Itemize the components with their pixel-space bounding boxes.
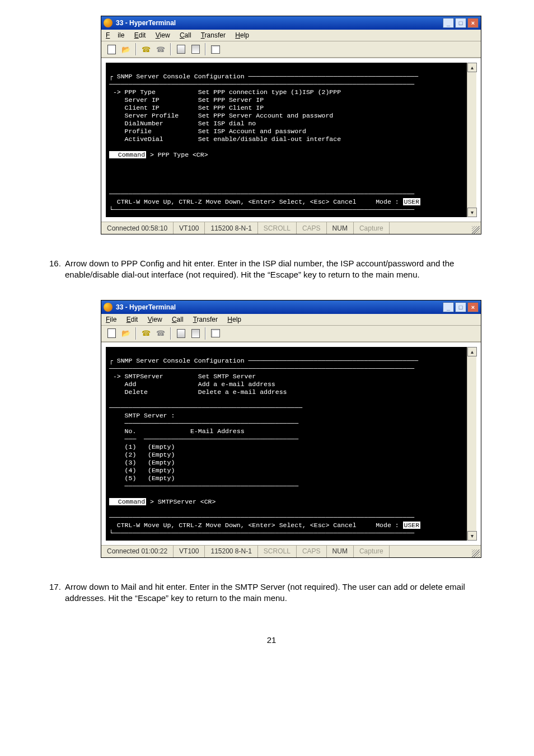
call-icon[interactable] <box>139 43 153 55</box>
scroll-down-icon[interactable]: ▾ <box>467 208 477 217</box>
mode-badge: USER <box>403 522 421 529</box>
scroll-down-icon[interactable]: ▾ <box>467 531 477 541</box>
instruction-text: Arrow down to PPP Config and hit enter. … <box>65 258 479 281</box>
scroll-up-icon[interactable]: ▴ <box>467 347 477 356</box>
menu-call[interactable]: Call <box>172 316 184 323</box>
status-settings: 115200 8-N-1 <box>205 222 257 234</box>
send-icon[interactable] <box>174 327 188 340</box>
close-button[interactable]: × <box>467 18 479 28</box>
properties-icon[interactable] <box>209 327 222 340</box>
window-title: 33 - HyperTerminal <box>116 19 443 27</box>
menu-transfer[interactable]: Transfer <box>193 316 218 323</box>
menu-bar: File Edit View Call Transfer Help <box>101 30 481 41</box>
command-input[interactable]: > SMTPServer <CR> <box>146 498 216 505</box>
menu-view[interactable]: View <box>156 31 170 39</box>
maximize-button[interactable]: □ <box>455 18 466 28</box>
resize-grip-icon[interactable] <box>472 226 480 234</box>
title-bar: 33 - HyperTerminal _ □ × <box>101 16 481 30</box>
open-icon[interactable] <box>119 43 133 55</box>
menu-view[interactable]: View <box>148 316 162 323</box>
toolbar <box>101 41 481 58</box>
minimize-button[interactable]: _ <box>443 18 454 28</box>
status-scroll: SCROLL <box>258 546 297 557</box>
disconnect-icon[interactable] <box>154 43 167 55</box>
new-icon[interactable] <box>105 43 118 55</box>
toolbar <box>101 326 481 342</box>
minimize-button[interactable]: _ <box>443 302 454 312</box>
app-icon <box>104 18 113 27</box>
title-bar: 33 - HyperTerminal _ □ × <box>101 300 481 314</box>
window-title: 33 - HyperTerminal <box>116 303 443 311</box>
hyperterminal-window-1: 33 - HyperTerminal _ □ × File Edit View … <box>101 16 481 234</box>
terminal-output: ┌ SNMP Server Console Configuration ────… <box>106 63 476 217</box>
terminal-output: ┌ SNMP Server Console Configuration ────… <box>106 347 476 541</box>
status-bar: Connected 00:58:10 VT100 115200 8-N-1 SC… <box>101 222 481 234</box>
status-num: NUM <box>327 546 354 557</box>
open-icon[interactable] <box>119 327 133 340</box>
status-capture: Capture <box>354 222 390 234</box>
status-connected: Connected 01:00:22 <box>101 546 174 557</box>
status-scroll: SCROLL <box>258 222 297 234</box>
close-button[interactable]: × <box>467 302 479 312</box>
receive-icon[interactable] <box>189 43 202 55</box>
properties-icon[interactable] <box>209 43 222 55</box>
menu-call[interactable]: Call <box>180 31 191 39</box>
command-input[interactable]: > PPP Type <CR> <box>146 151 208 158</box>
instruction-number: 16. <box>49 258 65 269</box>
status-settings: 115200 8-N-1 <box>205 546 257 557</box>
instruction-17: 17.Arrow down to Mail and hit enter. Ent… <box>49 581 494 604</box>
call-icon[interactable] <box>139 327 153 340</box>
menu-edit[interactable]: Edit <box>127 316 138 323</box>
status-emulation: VT100 <box>174 222 205 234</box>
status-connected: Connected 00:58:10 <box>101 222 174 234</box>
scrollbar[interactable]: ▴ ▾ <box>467 347 476 541</box>
status-num: NUM <box>327 222 354 234</box>
status-emulation: VT100 <box>174 546 205 557</box>
mode-badge: USER <box>403 198 421 205</box>
menu-help[interactable]: Help <box>227 316 241 323</box>
instruction-16: 16.Arrow down to PPP Config and hit ente… <box>49 258 494 281</box>
instruction-text: Arrow down to Mail and hit enter. Enter … <box>65 581 479 604</box>
send-icon[interactable] <box>174 43 188 55</box>
command-label: Command <box>109 151 146 158</box>
receive-icon[interactable] <box>189 327 202 340</box>
scroll-up-icon[interactable]: ▴ <box>467 63 477 72</box>
status-bar: Connected 01:00:22 VT100 115200 8-N-1 SC… <box>101 545 481 557</box>
menu-edit[interactable]: Edit <box>134 31 146 39</box>
new-icon[interactable] <box>105 327 118 340</box>
hyperterminal-window-2: 33 - HyperTerminal _ □ × File Edit View … <box>101 300 481 558</box>
command-label: Command <box>109 498 146 505</box>
resize-grip-icon[interactable] <box>472 550 480 557</box>
status-capture: Capture <box>354 546 390 557</box>
app-icon <box>104 303 113 312</box>
menu-file[interactable]: File <box>106 316 116 323</box>
status-caps: CAPS <box>297 546 327 557</box>
instruction-number: 17. <box>49 581 65 593</box>
menu-bar: File Edit View Call Transfer Help <box>101 314 481 326</box>
menu-file[interactable]: File <box>106 31 124 39</box>
menu-help[interactable]: Help <box>235 31 249 39</box>
scrollbar[interactable]: ▴ ▾ <box>467 63 476 217</box>
maximize-button[interactable]: □ <box>455 302 466 312</box>
status-caps: CAPS <box>297 222 327 234</box>
page-number: 21 <box>49 635 494 645</box>
menu-transfer[interactable]: Transfer <box>201 31 226 39</box>
disconnect-icon[interactable] <box>154 327 167 340</box>
